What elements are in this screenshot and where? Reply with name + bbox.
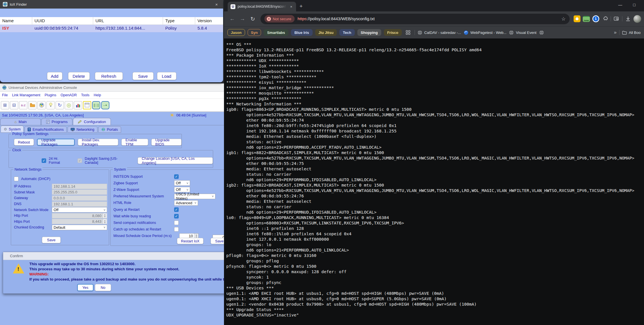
change-location-button[interactable]: Change Location [USA, CA, Los Angeles] bbox=[138, 157, 213, 164]
subtab-networking[interactable]: Networking bbox=[68, 126, 97, 133]
keep-extension-icon[interactable] bbox=[573, 15, 581, 23]
tab-group-blue-iris[interactable]: Blue Iris bbox=[291, 29, 312, 36]
column-header-version[interactable]: Version bbox=[195, 17, 223, 24]
not-secure-chip[interactable]: × Not secure bbox=[264, 15, 295, 23]
downloads-icon[interactable] bbox=[624, 15, 632, 23]
refresh-button[interactable]: Refresh bbox=[95, 72, 123, 80]
subtab-portals[interactable]: Portals bbox=[98, 126, 121, 133]
bookmark-webpagetest[interactable]: WebPagetest - Web... bbox=[464, 30, 507, 35]
stepper-arrows[interactable]: ▴▾ bbox=[103, 213, 107, 218]
menu-file[interactable]: File bbox=[2, 93, 8, 97]
tab-group-jiu-jitsu[interactable]: Jiu Jitsu bbox=[315, 29, 337, 36]
catchup-schedules-checkbox[interactable] bbox=[174, 227, 179, 232]
install-dev-packages-button[interactable]: Install Dev. Packages bbox=[78, 139, 118, 146]
yes-button[interactable]: Yes bbox=[77, 284, 93, 291]
compact-notifications-checkbox[interactable] bbox=[174, 220, 179, 225]
system-save-button[interactable]: Save bbox=[211, 238, 224, 244]
gateway-field[interactable]: 0.0.0.0 bbox=[52, 195, 107, 201]
add-button[interactable]: Add bbox=[47, 72, 62, 80]
chart-icon[interactable] bbox=[74, 101, 82, 109]
admin-console-titlebar[interactable]: Universal Devices Administrative Console bbox=[0, 83, 224, 92]
close-icon[interactable]: × bbox=[213, 2, 220, 7]
wait-busy-reading-checkbox[interactable]: ✓ bbox=[174, 214, 179, 218]
save-button[interactable]: Save bbox=[133, 72, 154, 80]
enable-tpm-button[interactable]: Enable TPM bbox=[121, 139, 148, 146]
battery-icon[interactable]: - + bbox=[101, 101, 109, 109]
new-tab-button[interactable]: + bbox=[299, 3, 303, 9]
chunked-encoding-select[interactable]: Default˅ bbox=[52, 225, 107, 230]
minimize-button[interactable]: — bbox=[618, 3, 622, 7]
column-header-type[interactable]: Type bbox=[163, 17, 195, 24]
insteon-icon[interactable]: ◎ bbox=[65, 101, 73, 109]
no-button[interactable]: No bbox=[95, 284, 111, 291]
load-button[interactable]: Load bbox=[157, 72, 176, 80]
tab-group-jason[interactable]: Jason bbox=[227, 29, 245, 36]
apps-grid-icon[interactable] bbox=[404, 29, 412, 36]
stepper-arrows[interactable]: ▴▾ bbox=[103, 219, 107, 224]
bookmarks-overflow-chevron[interactable]: » bbox=[614, 30, 616, 35]
tab-group-syn[interactable]: Syn bbox=[248, 29, 261, 36]
tab-group-frisco[interactable]: Frisco bbox=[384, 29, 402, 36]
new-badge-extension-icon[interactable]: new bbox=[582, 15, 590, 23]
scenes-icon[interactable] bbox=[37, 101, 46, 109]
all-bookmarks-button[interactable]: All Boo bbox=[622, 30, 641, 35]
barcode-icon[interactable]: ║│║ bbox=[92, 101, 100, 109]
upgrade-packages-button[interactable]: Upgrade Packages bbox=[37, 139, 75, 146]
side-search-icon[interactable] bbox=[613, 15, 620, 23]
sync-icon[interactable]: ↻ bbox=[56, 101, 64, 109]
menu-link-management[interactable]: Link Management bbox=[12, 93, 40, 97]
html-role-select[interactable]: Advanced˅ bbox=[174, 200, 198, 206]
bookmark-caldav[interactable]: CalDAV - sabredav -... bbox=[417, 30, 461, 35]
tab-configuration[interactable]: Configuration bbox=[73, 118, 111, 125]
network-switch-mode-select[interactable]: Off˅ bbox=[52, 207, 107, 212]
measurement-system-select[interactable]: USCS (United States)˅ bbox=[174, 194, 215, 199]
bookmark-visual-event[interactable]: Visual Event bbox=[509, 30, 536, 35]
tab-group-shopping[interactable]: Shopping bbox=[357, 29, 381, 36]
upgrade-bios-button[interactable]: Upgrade BIOS bbox=[151, 139, 182, 146]
network-save-button[interactable]: Save bbox=[42, 237, 61, 243]
back-button[interactable]: ← bbox=[228, 16, 237, 22]
https-port-stepper[interactable]: 8,443▴▾ bbox=[52, 219, 107, 224]
reboot-button[interactable]: Reboot bbox=[14, 139, 34, 146]
ip-address-field[interactable]: 192.168.1.14 bbox=[52, 184, 107, 189]
bookmark-star-icon[interactable]: ☆ bbox=[561, 16, 566, 22]
tab-group-smartlabs[interactable]: Smartlabs bbox=[264, 29, 288, 36]
sort-az-icon[interactable]: a↓z bbox=[19, 101, 27, 109]
folder-icon[interactable] bbox=[28, 101, 36, 109]
menu-help[interactable]: Help bbox=[94, 93, 101, 97]
reload-button[interactable]: ↻ bbox=[248, 16, 257, 22]
expand-all-icon[interactable]: ⊞ bbox=[1, 101, 9, 109]
onepassword-extension-icon[interactable]: 1 bbox=[592, 15, 600, 23]
column-header-name[interactable]: Name bbox=[0, 17, 32, 24]
bulb-icon[interactable] bbox=[46, 101, 55, 109]
tab-programs[interactable]: Programs bbox=[41, 118, 72, 125]
restart-iox-button[interactable]: Restart IoX bbox=[177, 238, 203, 244]
forward-button[interactable]: → bbox=[238, 16, 247, 22]
panel-icon[interactable] bbox=[83, 101, 91, 109]
query-at-restart-checkbox[interactable]: ✓ bbox=[174, 207, 179, 212]
confirm-dialog-titlebar[interactable]: Confirm bbox=[3, 252, 224, 260]
column-header-uuid[interactable]: UUID bbox=[32, 17, 93, 24]
delete-button[interactable]: Delete bbox=[68, 72, 90, 80]
daylight-saving-checkbox[interactable]: ✓ bbox=[78, 158, 82, 163]
table-row[interactable]: ISY uuid:00:0d:b9:55:24:74 https://192.1… bbox=[0, 25, 223, 32]
iox-finder-titlebar[interactable]: IoX Finder × bbox=[0, 0, 223, 9]
browser-tab[interactable]: U polisy.local:8443/WEB/sysconfig × bbox=[228, 2, 296, 11]
maximize-button[interactable]: □ bbox=[633, 3, 635, 7]
collapse-all-icon[interactable]: ⊟ bbox=[10, 101, 18, 109]
24hr-format-checkbox[interactable]: ✓ bbox=[42, 158, 46, 163]
dns-field[interactable]: 192.168.1.1 bbox=[52, 201, 107, 207]
tab-main[interactable]: ⌂ Main bbox=[0, 118, 41, 125]
insteon-support-checkbox[interactable]: ✓ bbox=[174, 174, 179, 179]
column-header-url[interactable]: URL bbox=[93, 17, 163, 24]
menu-plugins[interactable]: Plugins bbox=[45, 93, 56, 97]
menu-openadr[interactable]: OpenADR bbox=[61, 93, 77, 97]
http-port-stepper[interactable]: 8,080▴▾ bbox=[52, 213, 107, 218]
extensions-puzzle-icon[interactable] bbox=[601, 15, 609, 23]
profile-avatar[interactable] bbox=[633, 15, 641, 23]
zigbee-support-select[interactable]: Off˅ bbox=[174, 180, 190, 186]
subnet-mask-field[interactable]: 255.255.255.0 bbox=[52, 189, 107, 195]
address-bar[interactable]: × Not secure https://polisy.local:8443/W… bbox=[260, 14, 570, 24]
tab-close-icon[interactable]: × bbox=[289, 4, 294, 9]
dhcp-checkbox[interactable] bbox=[14, 177, 19, 181]
